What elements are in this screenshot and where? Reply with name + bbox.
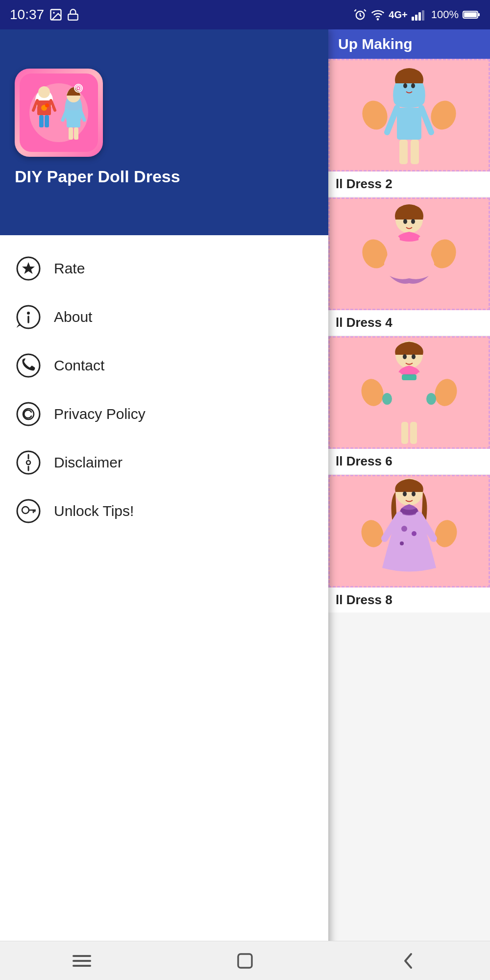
- content-image-3: [328, 336, 490, 449]
- disclaimer-label: Disclaimer: [54, 454, 122, 471]
- svg-rect-53: [397, 108, 421, 140]
- drawer-header: DIY Paper Doll Dress: [0, 29, 328, 206]
- signal-icon: [412, 8, 427, 22]
- content-image-1: [328, 59, 490, 172]
- lock-icon: [67, 8, 79, 21]
- svg-rect-10: [478, 13, 480, 16]
- svg-point-32: [77, 87, 79, 89]
- battery-icon: [463, 9, 480, 21]
- svg-rect-57: [411, 140, 419, 164]
- svg-point-87: [403, 491, 407, 496]
- svg-point-36: [27, 312, 30, 315]
- menu-item-unlock[interactable]: Unlock Tips!: [0, 487, 328, 535]
- contact-label: Contact: [54, 357, 104, 374]
- rate-label: Rate: [54, 260, 85, 277]
- svg-point-84: [400, 541, 404, 545]
- content-title-4: ll Dress 8: [328, 588, 490, 612]
- svg-rect-72: [410, 422, 417, 444]
- doll-svg-4: [360, 475, 458, 588]
- back-icon: [397, 950, 419, 972]
- right-header: Up Making: [328, 29, 490, 59]
- nav-menu-button[interactable]: [62, 941, 101, 980]
- wifi-icon: [371, 8, 385, 22]
- list-item[interactable]: ll Dress 4: [328, 197, 490, 335]
- disclaimer-icon: [15, 449, 42, 476]
- svg-point-68: [432, 376, 458, 408]
- status-time: 10:37: [10, 7, 44, 23]
- content-title-3: ll Dress 6: [328, 449, 490, 474]
- svg-point-80: [432, 517, 458, 549]
- svg-line-54: [387, 108, 397, 132]
- privacy-icon: [15, 400, 42, 427]
- menu-item-disclaimer[interactable]: Disclaimer: [0, 438, 328, 487]
- list-item[interactable]: ll Dress 2: [328, 59, 490, 196]
- unlock-icon: [15, 497, 42, 524]
- app-icon-svg: [20, 74, 98, 152]
- svg-rect-11: [464, 12, 477, 17]
- menu-item-about[interactable]: About: [0, 293, 328, 341]
- svg-rect-19: [39, 115, 44, 127]
- svg-point-58: [403, 83, 407, 88]
- nav-home-button[interactable]: [225, 941, 265, 980]
- unlock-label: Unlock Tips!: [54, 503, 134, 519]
- svg-rect-5: [412, 17, 414, 21]
- svg-marker-34: [22, 262, 35, 274]
- contact-icon: [15, 352, 42, 379]
- svg-point-38: [17, 354, 40, 377]
- svg-point-78: [412, 354, 416, 359]
- bottom-nav-bar: [0, 941, 490, 980]
- battery-text: 100%: [431, 8, 459, 21]
- status-bar-right: 4G+ 100%: [353, 8, 480, 22]
- content-image-2: [328, 197, 490, 310]
- content-title-1: ll Dress 2: [328, 172, 490, 196]
- about-icon: [15, 303, 42, 330]
- svg-point-65: [403, 219, 407, 224]
- drawer: DIY Paper Doll Dress Application Menu Ra…: [0, 29, 328, 980]
- status-bar-left: 10:37: [10, 7, 79, 23]
- svg-point-4: [377, 19, 378, 20]
- svg-rect-92: [238, 954, 252, 968]
- doll-svg-1: [360, 61, 458, 169]
- svg-point-42: [26, 461, 30, 465]
- svg-rect-7: [418, 12, 421, 21]
- svg-rect-2: [68, 14, 78, 20]
- svg-rect-8: [422, 10, 424, 21]
- network-type: 4G+: [389, 9, 407, 21]
- status-icons-left: [49, 8, 79, 22]
- nav-back-button[interactable]: [389, 941, 428, 980]
- svg-rect-70: [402, 374, 416, 380]
- svg-point-15: [38, 86, 50, 98]
- svg-point-66: [411, 219, 415, 224]
- svg-point-83: [412, 531, 416, 536]
- menu-item-privacy[interactable]: Privacy Policy: [0, 390, 328, 438]
- rate-icon: [15, 255, 42, 282]
- svg-rect-20: [45, 115, 49, 127]
- content-image-4: [328, 475, 490, 588]
- svg-point-76: [426, 393, 436, 405]
- content-list: ll Dress 2: [328, 59, 490, 612]
- svg-rect-6: [415, 15, 417, 21]
- menu-item-contact[interactable]: Contact: [0, 341, 328, 390]
- menu-item-rate[interactable]: Rate: [0, 244, 328, 293]
- doll-svg-2: [360, 200, 458, 308]
- image-icon: [49, 8, 63, 22]
- privacy-label: Privacy Policy: [54, 406, 146, 422]
- svg-point-1: [53, 12, 55, 14]
- svg-point-67: [360, 376, 386, 408]
- home-icon: [234, 950, 256, 972]
- list-item[interactable]: ll Dress 6: [328, 336, 490, 474]
- svg-point-46: [22, 507, 29, 514]
- svg-point-75: [382, 393, 392, 405]
- app-header: DIY Paper Doll Dress: [0, 59, 328, 235]
- content-title-2: ll Dress 4: [328, 310, 490, 335]
- svg-point-82: [401, 526, 407, 532]
- menu-lines-icon: [70, 951, 94, 971]
- svg-point-29: [45, 103, 49, 107]
- list-item[interactable]: ll Dress 8: [328, 475, 490, 612]
- svg-point-39: [17, 403, 40, 425]
- svg-rect-27: [74, 127, 78, 140]
- app-icon: [15, 69, 103, 157]
- svg-point-88: [412, 491, 416, 496]
- svg-line-55: [421, 108, 431, 132]
- svg-rect-71: [401, 422, 408, 444]
